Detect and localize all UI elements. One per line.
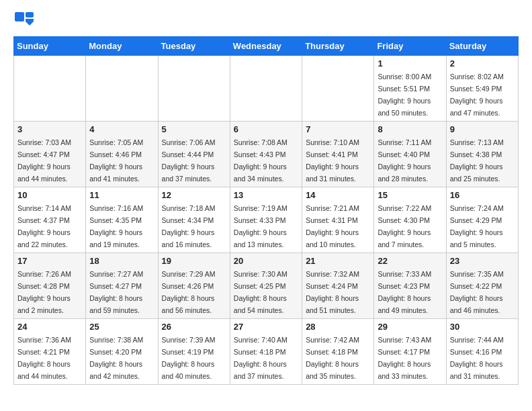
day-number: 6 — [234, 124, 298, 134]
day-info: Sunrise: 7:27 AM Sunset: 4:27 PM Dayligh… — [89, 270, 143, 314]
weekday-header-row: SundayMondayTuesdayWednesdayThursdayFrid… — [14, 37, 519, 56]
day-number: 21 — [306, 256, 370, 266]
day-number: 12 — [162, 190, 226, 200]
weekday-header-tuesday: Tuesday — [158, 37, 230, 56]
day-info: Sunrise: 7:39 AM Sunset: 4:19 PM Dayligh… — [162, 336, 216, 380]
day-info: Sunrise: 7:03 AM Sunset: 4:47 PM Dayligh… — [17, 138, 71, 183]
day-info: Sunrise: 8:02 AM Sunset: 5:49 PM Dayligh… — [450, 73, 504, 117]
calendar-week-4: 17Sunrise: 7:26 AM Sunset: 4:28 PM Dayli… — [14, 253, 519, 319]
day-info: Sunrise: 7:30 AM Sunset: 4:25 PM Dayligh… — [234, 270, 287, 314]
day-number: 28 — [306, 322, 370, 332]
day-info: Sunrise: 7:44 AM Sunset: 4:16 PM Dayligh… — [450, 336, 504, 380]
day-number: 9 — [450, 124, 515, 134]
weekday-header-friday: Friday — [374, 37, 446, 56]
calendar-week-3: 10Sunrise: 7:14 AM Sunset: 4:37 PM Dayli… — [14, 187, 519, 253]
svg-marker-3 — [26, 19, 34, 26]
calendar-cell: 22Sunrise: 7:33 AM Sunset: 4:23 PM Dayli… — [374, 253, 446, 319]
day-number: 17 — [17, 256, 82, 266]
day-info: Sunrise: 7:43 AM Sunset: 4:17 PM Dayligh… — [378, 336, 431, 380]
calendar-cell — [86, 56, 158, 122]
calendar-cell: 12Sunrise: 7:18 AM Sunset: 4:34 PM Dayli… — [158, 187, 230, 253]
calendar-week-2: 3Sunrise: 7:03 AM Sunset: 4:47 PM Daylig… — [14, 122, 519, 187]
calendar-cell: 6Sunrise: 7:08 AM Sunset: 4:43 PM Daylig… — [230, 122, 302, 187]
calendar-cell: 3Sunrise: 7:03 AM Sunset: 4:47 PM Daylig… — [14, 122, 86, 187]
day-info: Sunrise: 7:05 AM Sunset: 4:46 PM Dayligh… — [89, 138, 143, 183]
day-number: 4 — [89, 124, 154, 134]
calendar-cell: 20Sunrise: 7:30 AM Sunset: 4:25 PM Dayli… — [230, 253, 302, 319]
day-number: 22 — [378, 256, 442, 266]
day-number: 15 — [378, 190, 442, 200]
day-number: 14 — [306, 190, 370, 200]
day-info: Sunrise: 7:38 AM Sunset: 4:20 PM Dayligh… — [89, 336, 143, 380]
calendar-cell: 23Sunrise: 7:35 AM Sunset: 4:22 PM Dayli… — [446, 253, 518, 319]
weekday-header-saturday: Saturday — [446, 37, 518, 56]
calendar-cell: 21Sunrise: 7:32 AM Sunset: 4:24 PM Dayli… — [302, 253, 374, 319]
day-number: 29 — [378, 322, 442, 332]
calendar-cell: 15Sunrise: 7:22 AM Sunset: 4:30 PM Dayli… — [374, 187, 446, 253]
day-number: 8 — [378, 124, 442, 134]
day-info: Sunrise: 7:19 AM Sunset: 4:33 PM Dayligh… — [234, 204, 287, 248]
header — [13, 11, 519, 32]
weekday-header-sunday: Sunday — [14, 37, 86, 56]
day-info: Sunrise: 7:24 AM Sunset: 4:29 PM Dayligh… — [450, 204, 504, 248]
day-number: 13 — [234, 190, 298, 200]
calendar-cell: 17Sunrise: 7:26 AM Sunset: 4:28 PM Dayli… — [14, 253, 86, 319]
day-info: Sunrise: 7:33 AM Sunset: 4:23 PM Dayligh… — [378, 270, 431, 314]
day-info: Sunrise: 8:00 AM Sunset: 5:51 PM Dayligh… — [378, 73, 431, 117]
calendar-cell: 8Sunrise: 7:11 AM Sunset: 4:40 PM Daylig… — [374, 122, 446, 187]
day-info: Sunrise: 7:16 AM Sunset: 4:35 PM Dayligh… — [89, 204, 143, 248]
logo — [13, 11, 38, 32]
day-info: Sunrise: 7:11 AM Sunset: 4:40 PM Dayligh… — [378, 138, 431, 183]
calendar-table: SundayMondayTuesdayWednesdayThursdayFrid… — [13, 36, 519, 385]
day-number: 23 — [450, 256, 515, 266]
calendar-cell: 14Sunrise: 7:21 AM Sunset: 4:31 PM Dayli… — [302, 187, 374, 253]
day-number: 30 — [450, 322, 515, 332]
day-info: Sunrise: 7:18 AM Sunset: 4:34 PM Dayligh… — [162, 204, 216, 248]
day-number: 19 — [162, 256, 226, 266]
day-number: 5 — [162, 124, 226, 134]
day-info: Sunrise: 7:13 AM Sunset: 4:38 PM Dayligh… — [450, 138, 504, 183]
day-number: 7 — [306, 124, 370, 134]
day-info: Sunrise: 7:42 AM Sunset: 4:18 PM Dayligh… — [306, 336, 359, 380]
day-info: Sunrise: 7:14 AM Sunset: 4:37 PM Dayligh… — [17, 204, 71, 248]
calendar-cell — [14, 56, 86, 122]
weekday-header-wednesday: Wednesday — [230, 37, 302, 56]
day-info: Sunrise: 7:22 AM Sunset: 4:30 PM Dayligh… — [378, 204, 431, 248]
calendar-cell: 11Sunrise: 7:16 AM Sunset: 4:35 PM Dayli… — [86, 187, 158, 253]
day-number: 10 — [17, 190, 82, 200]
day-number: 24 — [17, 322, 82, 332]
day-info: Sunrise: 7:36 AM Sunset: 4:21 PM Dayligh… — [17, 336, 71, 380]
calendar-cell — [230, 56, 302, 122]
calendar-cell: 29Sunrise: 7:43 AM Sunset: 4:17 PM Dayli… — [374, 319, 446, 385]
calendar-cell: 1Sunrise: 8:00 AM Sunset: 5:51 PM Daylig… — [374, 56, 446, 122]
day-number: 26 — [162, 322, 226, 332]
calendar-cell: 27Sunrise: 7:40 AM Sunset: 4:18 PM Dayli… — [230, 319, 302, 385]
day-info: Sunrise: 7:29 AM Sunset: 4:26 PM Dayligh… — [162, 270, 216, 314]
day-number: 16 — [450, 190, 515, 200]
day-info: Sunrise: 7:06 AM Sunset: 4:44 PM Dayligh… — [162, 138, 216, 183]
calendar-cell: 13Sunrise: 7:19 AM Sunset: 4:33 PM Dayli… — [230, 187, 302, 253]
calendar-cell — [302, 56, 374, 122]
calendar-cell: 7Sunrise: 7:10 AM Sunset: 4:41 PM Daylig… — [302, 122, 374, 187]
day-info: Sunrise: 7:10 AM Sunset: 4:41 PM Dayligh… — [306, 138, 359, 183]
calendar-cell: 16Sunrise: 7:24 AM Sunset: 4:29 PM Dayli… — [446, 187, 518, 253]
calendar-week-1: 1Sunrise: 8:00 AM Sunset: 5:51 PM Daylig… — [14, 56, 519, 122]
calendar-cell: 2Sunrise: 8:02 AM Sunset: 5:49 PM Daylig… — [446, 56, 518, 122]
calendar-cell: 10Sunrise: 7:14 AM Sunset: 4:37 PM Dayli… — [14, 187, 86, 253]
calendar-week-5: 24Sunrise: 7:36 AM Sunset: 4:21 PM Dayli… — [14, 319, 519, 385]
calendar-cell: 18Sunrise: 7:27 AM Sunset: 4:27 PM Dayli… — [86, 253, 158, 319]
day-number: 20 — [234, 256, 298, 266]
weekday-header-thursday: Thursday — [302, 37, 374, 56]
day-number: 11 — [89, 190, 154, 200]
day-number: 2 — [450, 58, 515, 68]
calendar-cell: 19Sunrise: 7:29 AM Sunset: 4:26 PM Dayli… — [158, 253, 230, 319]
day-info: Sunrise: 7:08 AM Sunset: 4:43 PM Dayligh… — [234, 138, 287, 183]
day-number: 27 — [234, 322, 298, 332]
weekday-header-monday: Monday — [86, 37, 158, 56]
day-info: Sunrise: 7:21 AM Sunset: 4:31 PM Dayligh… — [306, 204, 359, 248]
svg-rect-2 — [26, 12, 34, 17]
calendar-body: 1Sunrise: 8:00 AM Sunset: 5:51 PM Daylig… — [14, 56, 519, 385]
calendar-cell: 30Sunrise: 7:44 AM Sunset: 4:16 PM Dayli… — [446, 319, 518, 385]
calendar-cell: 25Sunrise: 7:38 AM Sunset: 4:20 PM Dayli… — [86, 319, 158, 385]
day-info: Sunrise: 7:40 AM Sunset: 4:18 PM Dayligh… — [234, 336, 287, 380]
